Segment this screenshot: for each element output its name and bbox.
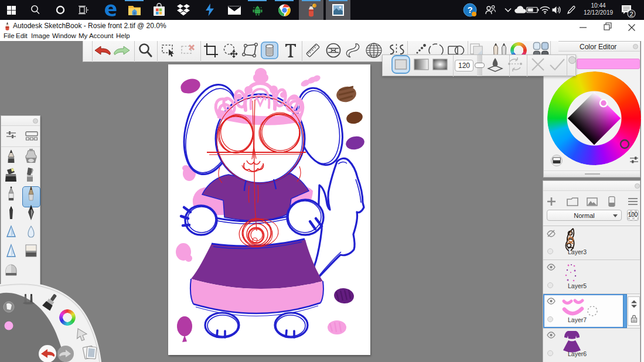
svg-text:2: 2 xyxy=(629,11,633,18)
svg-text:?: ? xyxy=(467,5,472,15)
